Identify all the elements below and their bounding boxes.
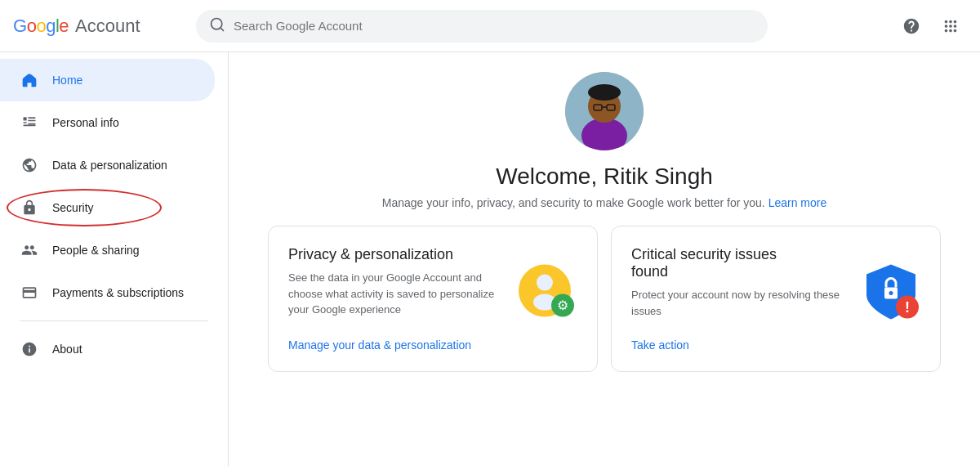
search-icon [209,16,225,36]
avatar [565,72,644,150]
security-card-link[interactable]: Take action [631,325,920,352]
svg-rect-3 [24,122,27,123]
security-card[interactable]: Critical security issues found Protect y… [611,226,941,372]
security-icon-area: ! [858,258,924,326]
search-bar[interactable] [196,10,768,43]
svg-rect-6 [28,123,35,125]
learn-more-link[interactable]: Learn more [768,196,827,209]
welcome-title: Welcome, Ritik Singh [496,164,713,190]
privacy-card-link[interactable]: Manage your data & personalization [288,325,577,352]
payment-icon [20,283,39,302]
help-button[interactable] [895,10,928,43]
sidebar-item-people-sharing[interactable]: People & sharing [0,229,215,271]
person-icon [20,113,39,132]
sidebar-item-security-label: Security [52,201,94,214]
welcome-subtitle: Manage your info, privacy, and security … [382,196,826,209]
sidebar-item-data-label: Data & personalization [52,159,167,172]
svg-rect-7 [24,125,36,127]
sidebar-item-about[interactable]: About [0,328,215,370]
sidebar-item-payments-label: Payments & subscriptions [52,286,184,299]
logo: Google Account [13,16,176,37]
apps-button[interactable] [934,10,967,43]
sidebar-item-personal-info-label: Personal info [52,116,119,129]
header-actions [895,10,967,43]
svg-point-22 [889,291,893,295]
account-wordmark: Account [75,16,140,37]
google-wordmark: Google [13,16,69,37]
sidebar-item-people-label: People & sharing [52,244,140,257]
svg-rect-4 [28,117,35,119]
sidebar-item-security[interactable]: Security [0,186,215,229]
cards-grid: Privacy & personalization See the data i… [268,226,941,372]
svg-text:!: ! [905,298,910,315]
main-layout: Home Personal info [0,52,980,466]
sidebar-divider [20,320,208,321]
privacy-card[interactable]: Privacy & personalization See the data i… [268,226,598,372]
svg-text:⚙: ⚙ [557,298,568,311]
sidebar-item-home[interactable]: Home [0,59,215,101]
about-icon [20,339,39,359]
sidebar-item-personal-info[interactable]: Personal info [0,101,215,144]
data-icon [20,155,39,175]
privacy-card-desc: See the data in your Google Account and … [288,270,517,318]
svg-point-12 [588,84,621,101]
profile-section: Welcome, Ritik Singh Manage your info, p… [268,72,941,209]
privacy-illustration: ⚙ [515,258,581,323]
security-shield-illustration: ! [858,258,924,323]
security-card-title: Critical security issues found [631,246,811,280]
sidebar: Home Personal info [0,52,229,466]
header: Google Account [0,0,980,52]
home-icon [20,70,39,90]
privacy-card-title: Privacy & personalization [288,246,468,263]
svg-line-1 [220,27,224,30]
sidebar-item-home-label: Home [52,74,82,87]
sidebar-item-data-personalization[interactable]: Data & personalization [0,144,215,186]
search-input[interactable] [234,19,755,33]
svg-rect-5 [28,120,35,122]
sidebar-item-about-label: About [52,343,82,356]
main-content: Welcome, Ritik Singh Manage your info, p… [229,52,980,466]
sidebar-item-payments[interactable]: Payments & subscriptions [0,271,215,314]
people-icon [20,240,39,260]
svg-rect-2 [24,117,27,120]
svg-point-17 [537,274,553,290]
security-lock-icon [20,198,39,217]
security-card-desc: Protect your account now by resolving th… [631,287,860,319]
privacy-icon-area: ⚙ [515,258,581,326]
